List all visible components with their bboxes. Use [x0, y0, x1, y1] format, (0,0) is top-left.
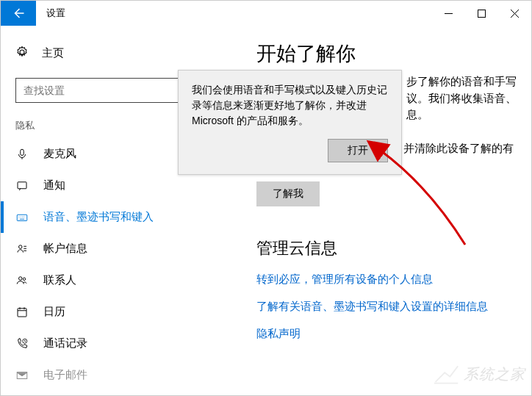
maximize-icon [478, 10, 486, 18]
call-history-icon [15, 337, 29, 350]
sidebar-item-calendar[interactable]: 日历 [1, 296, 234, 328]
back-button[interactable] [1, 1, 36, 26]
popup-open-button[interactable]: 打开 [328, 139, 388, 162]
home-nav[interactable]: 主页 [1, 39, 234, 68]
know-me-button[interactable]: 了解我 [256, 181, 320, 206]
svg-point-7 [23, 278, 25, 280]
sidebar-item-call-history[interactable]: 通话记录 [1, 328, 234, 359]
sidebar-item-email[interactable]: 电子邮件 [1, 359, 234, 391]
arrow-left-icon [12, 7, 25, 20]
sidebar-item-label: 电子邮件 [43, 368, 87, 382]
body-text-partial: 步了解你的语音和手写 议。我们将收集语音、 息。 [406, 73, 517, 123]
minimize-icon [445, 10, 453, 18]
home-label: 主页 [42, 46, 64, 60]
section-heading-cloud: 管理云信息 [256, 237, 511, 259]
notification-icon [15, 179, 29, 192]
sidebar-item-label: 通知 [43, 179, 65, 192]
page-heading: 开始了解你 [256, 40, 511, 67]
link-learn-more[interactable]: 了解有关语音、墨迹书写和键入设置的详细信息 [256, 300, 511, 314]
sidebar-item-speech-inking-typing[interactable]: 语音、墨迹书写和键入 [1, 201, 234, 233]
watermark-icon [433, 363, 459, 385]
gear-icon [15, 46, 29, 61]
titlebar: 设置 [1, 1, 531, 26]
sidebar-item-label: 麦克风 [43, 147, 76, 161]
popup-text: 我们会使用语音和手写模式以及键入历史记录等信息来逐渐更好地了解你，并改进 Mic… [192, 82, 388, 129]
sidebar-item-label: 通话记录 [43, 336, 87, 350]
tooltip-popup: 我们会使用语音和手写模式以及键入历史记录等信息来逐渐更好地了解你，并改进 Mic… [178, 70, 402, 175]
calendar-icon [15, 306, 29, 319]
search-input[interactable] [24, 84, 198, 96]
sidebar-item-label: 联系人 [43, 273, 76, 287]
svg-rect-2 [21, 149, 24, 155]
svg-point-6 [19, 276, 23, 280]
close-button[interactable] [498, 1, 531, 26]
maximize-button[interactable] [465, 1, 498, 26]
contacts-icon [15, 274, 29, 287]
minimize-button[interactable] [432, 1, 465, 26]
sidebar-item-account-info[interactable]: 帐户信息 [1, 233, 234, 264]
body-text-partial-2: 并清除此设备了解的有 [403, 140, 514, 157]
svg-rect-8 [18, 308, 26, 316]
sidebar-item-contacts[interactable]: 联系人 [1, 264, 234, 296]
svg-point-5 [19, 245, 23, 248]
sidebar-item-label: 日历 [43, 305, 65, 319]
sidebar-item-label: 帐户信息 [43, 242, 87, 256]
svg-rect-3 [18, 181, 26, 188]
microphone-icon [15, 148, 29, 161]
close-icon [511, 10, 519, 18]
window-title: 设置 [36, 7, 65, 20]
account-icon [15, 242, 29, 256]
sidebar-item-label: 语音、墨迹书写和键入 [43, 210, 154, 224]
link-privacy-statement[interactable]: 隐私声明 [256, 327, 511, 341]
keyboard-icon [15, 211, 29, 224]
svg-rect-4 [17, 215, 27, 220]
svg-rect-0 [478, 10, 486, 17]
link-bing-personal-info[interactable]: 转到必应，管理所有设备的个人信息 [256, 273, 511, 287]
watermark: 系统之家 [433, 363, 525, 385]
email-icon [15, 369, 29, 382]
